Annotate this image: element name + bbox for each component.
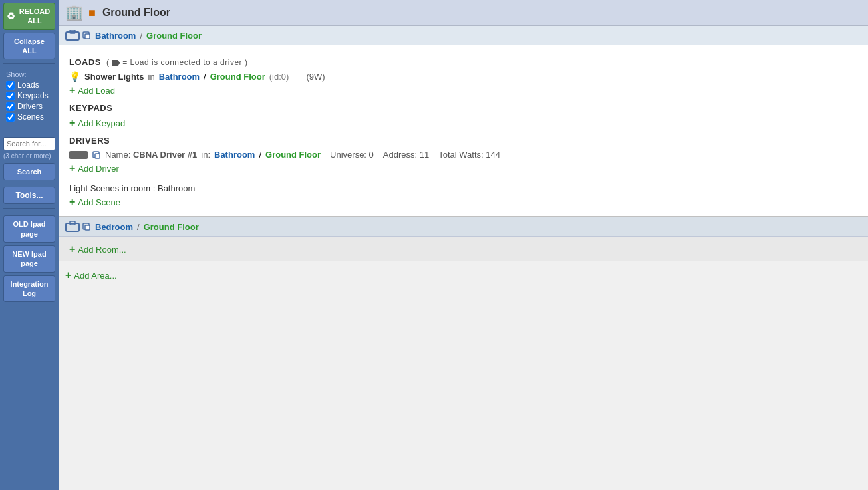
add-driver-label: Add Driver [78,164,118,174]
driver-room-link[interactable]: Bathroom [214,150,255,160]
driver-total-watts: Total Watts: 144 [438,150,500,160]
add-keypad-plus-icon: + [69,117,75,129]
add-scene-label: Add Scene [78,197,120,207]
show-drivers-checkbox[interactable] [6,102,15,111]
add-keypad-button[interactable]: + Add Keypad [69,117,125,129]
add-area-plus-icon: + [65,269,71,281]
bedroom-header: Bedroom / Ground Floor [59,217,868,237]
floor-building-icon: 🏢 [65,4,83,21]
bedroom-room-svg-icon [65,221,80,232]
driver-address: Address: 11 [383,150,429,160]
copy-svg-icon [82,31,91,40]
search-input[interactable] [3,137,55,150]
bedroom-section: Bedroom / Ground Floor + Add Room... [59,217,868,261]
show-loads-item[interactable]: Loads [6,80,53,90]
keypads-header: KEYPADS [69,103,857,113]
load-id: (id:0) [269,72,289,82]
integration-log-label: Integration Log [11,280,49,297]
search-hint: (3 char or more) [3,152,55,160]
drivers-header: DRIVERS [69,136,857,146]
svg-rect-9 [85,225,90,230]
show-scenes-item[interactable]: Scenes [6,112,53,122]
sidebar-divider-3 [3,208,55,209]
collapse-all-button[interactable]: Collapse ALL [3,33,55,60]
driver-copy-icon [92,150,101,160]
show-label: Show: [6,70,53,78]
add-area-row: + Add Area... [59,261,868,288]
add-load-button[interactable]: + Add Load [69,84,115,96]
room-svg-icon [65,30,80,41]
room-icon [65,30,91,41]
add-room-plus-icon: + [69,243,75,255]
show-drivers-label: Drivers [17,102,43,111]
driver-sep: / [259,150,261,160]
show-scenes-label: Scenes [17,112,44,122]
bedroom-floor-link[interactable]: Ground Floor [144,222,199,232]
load-item: 💡 Shower Lights in Bathroom / Ground Flo… [69,71,857,82]
bedroom-room-icon [65,221,91,232]
load-sep: / [204,72,206,82]
add-driver-button[interactable]: + Add Driver [69,162,119,174]
show-loads-checkbox[interactable] [6,81,15,90]
new-ipad-button[interactable]: NEW Ipad page [3,245,55,273]
integration-log-button[interactable]: Integration Log [3,275,55,303]
bedroom-sep: / [137,222,140,232]
top-header: 🏢 ■ Ground Floor [59,0,868,26]
floor-title: Ground Floor [102,7,170,19]
add-room-button[interactable]: + Add Room... [69,243,126,255]
old-ipad-label: OLD Ipad page [13,220,46,237]
driver-in-text: in: [201,150,210,160]
load-watts: (9W) [306,72,325,82]
bathroom-floor-link[interactable]: Ground Floor [146,31,202,41]
show-drivers-item[interactable]: Drivers [6,102,53,111]
old-ipad-button[interactable]: OLD Ipad page [3,215,55,243]
show-keypads-item[interactable]: Keypads [6,91,53,100]
reload-icon: ♻ [7,10,15,22]
show-keypads-label: Keypads [17,91,49,100]
load-in-text: in [148,72,155,82]
svg-rect-3 [85,34,90,39]
driver-name-label: Name: CBNA Driver #1 [105,150,197,160]
load-room-link[interactable]: Bathroom [159,72,200,82]
bulb-icon: 💡 [69,71,80,82]
driver-name-value: CBNA Driver #1 [133,150,197,160]
bedroom-room-link[interactable]: Bedroom [95,222,133,232]
search-box: (3 char or more) Search [3,137,55,180]
main-content: 🏢 ■ Ground Floor Bathroom / Ground Floor [59,0,868,490]
loads-header: LOADS ( = Load is connected to a driver … [69,57,857,67]
scenes-title: Light Scenes in room : Bathroom [69,184,857,193]
driver-bar-icon [69,151,88,159]
sidebar-divider-2 [3,130,55,130]
sidebar-divider [3,63,55,64]
show-scenes-checkbox[interactable] [6,113,15,122]
driver-universe: Universe: 0 [330,150,374,160]
bedroom-content: + Add Room... [59,237,868,261]
add-area-label: Add Area... [74,271,116,281]
add-scene-plus-icon: + [69,196,75,208]
add-driver-plus-icon: + [69,162,75,174]
search-button[interactable]: Search [3,163,55,180]
add-room-label: Add Room... [78,245,126,255]
load-name: Shower Lights [84,72,144,82]
new-ipad-label: NEW Ipad page [12,250,46,267]
add-keypad-label: Add Keypad [78,118,125,128]
bedroom-copy-svg-icon [82,222,91,231]
add-area-button[interactable]: + Add Area... [65,269,117,281]
show-loads-label: Loads [17,80,39,90]
sidebar: ♻ RELOAD ALL Collapse ALL Show: Loads Ke… [0,0,59,490]
show-keypads-checkbox[interactable] [6,92,15,100]
tools-button[interactable]: Tools... [3,187,55,204]
bathroom-content: LOADS ( = Load is connected to a driver … [59,45,868,216]
bathroom-room-link[interactable]: Bathroom [95,31,136,41]
add-load-label: Add Load [78,86,115,96]
bathroom-section: Bathroom / Ground Floor LOADS ( = Load i… [59,26,868,217]
floor-name: Ground Floor [102,7,170,18]
reload-all-button[interactable]: ♻ RELOAD ALL [3,3,55,30]
bathroom-header: Bathroom / Ground Floor [59,26,868,45]
floor-title-icon: ■ [88,6,96,20]
bathroom-sep: / [140,31,142,41]
load-floor-link[interactable]: Ground Floor [210,72,265,82]
driver-item: Name: CBNA Driver #1 in: Bathroom / Grou… [69,150,857,160]
driver-floor-link[interactable]: Ground Floor [265,150,321,160]
add-scene-button[interactable]: + Add Scene [69,196,120,208]
